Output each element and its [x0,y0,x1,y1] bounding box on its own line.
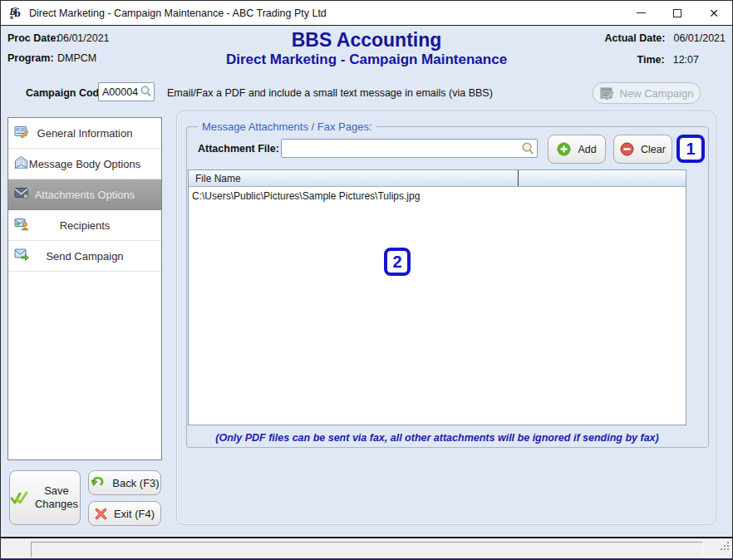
window-title: Direct Marketing - Campaign Maintenance … [29,7,327,19]
annotation-badge-1: 1 [676,135,705,163]
svg-text:b: b [14,8,21,19]
svg-text:s: s [10,13,13,21]
actual-date-label: Actual Date: [605,32,666,44]
column-header-spacer [519,170,686,186]
titlebar: b b s Direct Marketing - Campaign Mainte… [1,1,732,26]
exit-button[interactable]: Exit (F4) [88,501,161,526]
send-campaign-icon [14,248,29,263]
new-campaign-label: New Campaign [620,87,694,100]
app-window: b b s Direct Marketing - Campaign Mainte… [0,0,733,560]
campaign-code-search-icon[interactable] [140,85,152,101]
attachment-file-search-icon[interactable] [521,141,534,159]
sidebar-item-recipients[interactable]: Recipients [8,210,161,241]
status-panel [31,542,703,558]
fax-note: (Only PDF files can be sent via fax, all… [188,432,686,444]
close-icon: ✕ [709,7,719,19]
resize-grip[interactable] [720,540,731,555]
message-body-icon [14,155,28,172]
sidebar-item-label: Send Campaign [46,250,123,263]
close-button[interactable]: ✕ [696,1,732,25]
column-header-file-name[interactable]: File Name [189,170,519,186]
form-pencil-icon [600,87,614,100]
maximize-button[interactable] [659,1,696,25]
clear-button[interactable]: Clear [613,135,672,164]
new-campaign-button[interactable]: New Campaign [593,82,701,104]
time-label: Time: [637,54,665,66]
attachment-file-label: Attachment File: [198,143,279,155]
actual-date-value: 06/01/2021 [673,32,726,44]
general-information-icon [14,125,29,141]
minimize-icon [637,12,646,13]
back-button-label: Back (F3) [112,477,159,489]
return-arrow-icon [90,476,106,489]
clear-button-label: Clear [641,144,666,155]
maximize-icon [673,9,681,17]
plus-circle-icon [557,142,571,156]
double-check-icon [10,490,28,506]
add-button-label: Add [578,144,596,155]
annotation-badge-2: 2 [384,248,411,276]
recipients-icon [14,218,29,233]
campaign-description: Email/Fax a PDF and include a small text… [167,87,493,99]
attachments-options-icon [14,188,29,202]
red-x-icon [95,508,107,520]
status-bar [1,538,733,558]
sidebar-nav: General Information Message Body Options [7,117,162,460]
app-icon: b b s [7,5,23,22]
file-list-row[interactable]: C:\Users\Public\Pictures\Sample Pictures… [189,187,686,201]
campaign-code-label: Campaign Code: [26,87,108,99]
sidebar-item-label: General Information [37,127,133,140]
back-button[interactable]: Back (F3) [88,470,161,495]
minimize-button[interactable] [622,1,659,25]
sidebar-item-attachments-options[interactable]: Attachments Options [8,179,161,210]
add-button[interactable]: Add [548,135,606,164]
exit-button-label: Exit (F4) [114,508,155,520]
sidebar-item-label: Recipients [60,219,111,232]
sidebar-item-general-information[interactable]: General Information [8,118,161,149]
file-list-header: File Name [189,170,686,187]
sidebar-item-label: Attachments Options [35,189,135,201]
attachment-file-input[interactable] [281,139,538,158]
groupbox-title: Message Attachments / Fax Pages: [198,120,376,133]
sidebar-item-label: Message Body Options [29,158,140,170]
attachment-file-list[interactable]: File Name C:\Users\Public\Pictures\Sampl… [188,169,686,425]
save-changes-button[interactable]: Save Changes [9,470,81,525]
sidebar-item-send-campaign[interactable]: Send Campaign [8,241,161,272]
sidebar-item-message-body-options[interactable]: Message Body Options [8,149,161,179]
save-changes-label: Save Changes [33,484,80,512]
time-value: 12:07 [673,54,699,66]
minus-circle-icon [620,142,634,156]
screen-title: Direct Marketing - Campaign Maintenance [1,52,732,68]
